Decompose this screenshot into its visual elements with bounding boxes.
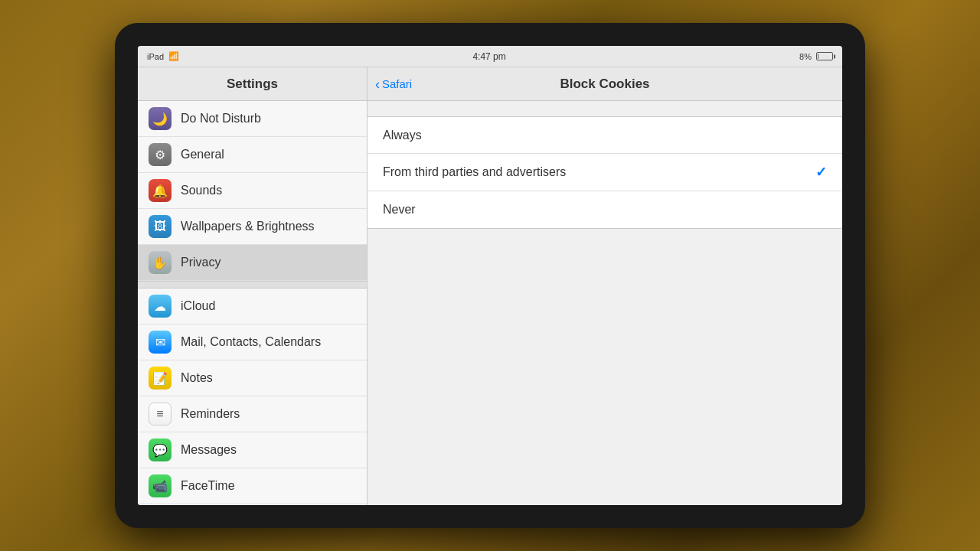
sidebar-divider — [138, 281, 367, 289]
wallpapers-icon: 🖼 — [149, 215, 172, 238]
sidebar-item-messages[interactable]: 💬 Messages — [138, 432, 367, 468]
do-not-disturb-icon: 🌙 — [149, 107, 172, 130]
status-time: 4:47 pm — [472, 51, 505, 62]
option-always-label: Always — [383, 129, 422, 142]
sidebar-item-general[interactable]: ⚙ General — [138, 137, 367, 173]
sidebar-item-mail[interactable]: ✉ Mail, Contacts, Calendars — [138, 324, 367, 360]
option-third-parties-label: From third parties and advertisers — [383, 165, 566, 179]
sidebar-item-label-messages: Messages — [181, 443, 237, 457]
detail-title: Block Cookies — [560, 77, 649, 92]
mail-icon: ✉ — [149, 331, 172, 354]
battery-icon — [816, 52, 833, 60]
sidebar-item-label-reminders: Reminders — [181, 407, 240, 421]
status-left: iPad 📶 — [147, 51, 179, 61]
sidebar-header: Settings — [138, 67, 367, 101]
option-never-label: Never — [383, 203, 416, 217]
block-cookies-options: Always From third parties and advertiser… — [368, 116, 842, 229]
sidebar-item-reminders[interactable]: ≡ Reminders — [138, 396, 367, 432]
sidebar-item-wallpapers[interactable]: 🖼 Wallpapers & Brightness — [138, 209, 367, 245]
device-label: iPad — [147, 52, 164, 61]
sounds-icon: 🔔 — [149, 179, 172, 202]
battery-body — [816, 52, 833, 60]
checkmark-icon: ✓ — [815, 164, 827, 181]
privacy-icon: ✋ — [149, 251, 172, 274]
sidebar-title: Settings — [227, 77, 278, 92]
general-icon: ⚙ — [149, 143, 172, 166]
sidebar-item-label-icloud: iCloud — [181, 299, 215, 313]
main-content: Settings 🌙 Do Not Disturb ⚙ General 🔔 So… — [138, 67, 842, 505]
sidebar-item-label-do-not-disturb: Do Not Disturb — [181, 112, 261, 126]
sidebar-item-notes[interactable]: 📝 Notes — [138, 360, 367, 396]
detail-content: Always From third parties and advertiser… — [368, 101, 842, 505]
sidebar-item-privacy[interactable]: ✋ Privacy — [138, 245, 367, 281]
option-never[interactable]: Never — [368, 191, 842, 228]
status-right: 8% — [799, 52, 833, 61]
status-bar: iPad 📶 4:47 pm 8% — [138, 46, 842, 67]
sidebar-item-label-mail: Mail, Contacts, Calendars — [181, 335, 321, 349]
detail-header: ‹ Safari Block Cookies — [368, 67, 842, 101]
facetime-icon: 📹 — [149, 474, 172, 497]
sidebar: Settings 🌙 Do Not Disturb ⚙ General 🔔 So… — [138, 67, 368, 505]
sidebar-item-icloud[interactable]: ☁ iCloud — [138, 289, 367, 324]
sidebar-item-facetime[interactable]: 📹 FaceTime — [138, 468, 367, 504]
tablet-device: iPad 📶 4:47 pm 8% Settings — [115, 23, 865, 528]
sidebar-item-label-notes: Notes — [181, 371, 213, 385]
sidebar-item-do-not-disturb[interactable]: 🌙 Do Not Disturb — [138, 101, 367, 137]
reminders-icon: ≡ — [149, 403, 172, 425]
sidebar-item-label-general: General — [181, 148, 224, 161]
notes-icon: 📝 — [149, 367, 172, 390]
battery-percent: 8% — [799, 52, 812, 61]
sidebar-item-sounds[interactable]: 🔔 Sounds — [138, 173, 367, 209]
chevron-left-icon: ‹ — [375, 77, 380, 91]
battery-fill — [818, 54, 818, 59]
back-button[interactable]: ‹ Safari — [375, 77, 412, 91]
back-label: Safari — [382, 77, 412, 90]
sidebar-items: 🌙 Do Not Disturb ⚙ General 🔔 Sounds 🖼 Wa… — [138, 101, 367, 505]
detail-panel: ‹ Safari Block Cookies Always From third… — [368, 67, 842, 505]
option-third-parties[interactable]: From third parties and advertisers ✓ — [368, 154, 842, 191]
option-always[interactable]: Always — [368, 117, 842, 154]
messages-icon: 💬 — [149, 439, 172, 461]
sidebar-item-label-sounds: Sounds — [181, 184, 222, 197]
tablet-screen: iPad 📶 4:47 pm 8% Settings — [138, 46, 842, 505]
sidebar-item-label-facetime: FaceTime — [181, 479, 235, 493]
sidebar-item-label-wallpapers: Wallpapers & Brightness — [181, 220, 315, 233]
sidebar-item-label-privacy: Privacy — [181, 256, 220, 269]
sidebar-item-maps[interactable]: 🗺 Maps — [138, 504, 367, 505]
wifi-icon: 📶 — [168, 51, 179, 61]
icloud-icon: ☁ — [149, 295, 172, 318]
